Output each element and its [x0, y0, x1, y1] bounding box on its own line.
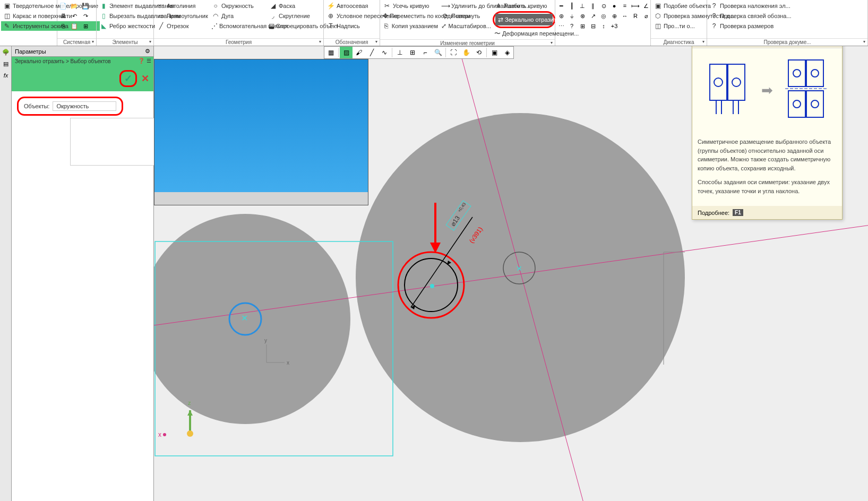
gear-icon[interactable]: ⚙	[145, 48, 150, 55]
tree-button[interactable]: 🌳	[1, 47, 11, 57]
copy-button[interactable]: ⎘	[58, 21, 68, 31]
midpt-button[interactable]: ⊗	[578, 11, 587, 21]
more6-button[interactable]: +3	[609, 21, 619, 31]
more2-button[interactable]: ?	[567, 21, 577, 31]
rotate-button[interactable]: ⟳Повернуть	[440, 11, 493, 21]
save-button[interactable]: 💾	[81, 1, 90, 11]
svg-rect-36	[788, 60, 805, 87]
sketch-mode-button[interactable]: ▨	[340, 47, 353, 58]
scale-button[interactable]: ⤢Масштабиров...	[440, 21, 493, 31]
colinear-button[interactable]: ↗	[588, 11, 598, 21]
rib-icon: ◣	[99, 22, 108, 30]
ct-zoomfit[interactable]: ⛶	[447, 47, 460, 58]
objects-value[interactable]: Окружность	[53, 101, 116, 111]
label: Проверка наложения эл...	[720, 3, 790, 9]
ct-pan[interactable]: ✋	[460, 47, 472, 58]
confirm-button[interactable]: ✓	[124, 73, 132, 84]
segment-button[interactable]: ╱Отрезок	[155, 21, 210, 31]
extend-icon: ⟶	[441, 2, 450, 10]
check-sizes-button[interactable]: ?Проверка размеров	[708, 21, 793, 31]
point-on-button[interactable]: ⊕	[609, 11, 619, 21]
fillet-button[interactable]: ◞Скругление	[267, 11, 322, 21]
deform-icon: 〜	[494, 29, 501, 38]
bearing-after-icon	[785, 57, 828, 124]
qmark-icon: ?	[710, 12, 718, 20]
cancel-button[interactable]: ✕	[141, 73, 149, 84]
layers-button[interactable]: ▤	[1, 58, 11, 69]
perp-button[interactable]: ⊥	[578, 1, 587, 11]
params-breadcrumb: Зеркально отразить > Выбор объектов ❓ ☰	[12, 57, 153, 66]
ct-rotate[interactable]: ⟲	[472, 47, 485, 58]
mirror-button[interactable]: ⇄Зеркально отразить	[495, 14, 553, 25]
ct-btn-1[interactable]: ▦	[324, 47, 337, 58]
move-coords-button[interactable]: ✥Переместить по координатам	[381, 11, 440, 21]
ct-grid[interactable]: ⊞	[406, 47, 419, 58]
redo-button[interactable]: ↷	[81, 11, 90, 21]
split-icon: ⋔	[494, 2, 503, 10]
dist-button[interactable]: ↔	[620, 11, 630, 21]
angle-button[interactable]: ∠	[641, 1, 651, 11]
paste-button[interactable]: 📋	[70, 21, 79, 31]
params-header: Параметры ⚙	[12, 46, 153, 57]
split-button[interactable]: ⋔Разбить кривую	[493, 1, 555, 11]
pencil-icon: ✎	[3, 22, 11, 30]
bolt-icon: ⚡	[326, 2, 335, 10]
rectangle-button[interactable]: ▭Прямоугольник	[155, 11, 210, 21]
ct-curve[interactable]: ∿	[378, 47, 391, 58]
extend-button[interactable]: ⟶Удлинить до ближайшего о...	[440, 1, 493, 11]
vars-button[interactable]: fx	[1, 70, 11, 81]
more4-button[interactable]: ⊟	[588, 21, 598, 31]
ct-line[interactable]: ╱	[365, 47, 378, 58]
props-button[interactable]: ⊞	[81, 21, 90, 31]
label: Копия указанием	[392, 23, 438, 29]
svg-point-23	[187, 430, 193, 437]
new-file-button[interactable]: 📄	[58, 1, 68, 11]
aux-line-button[interactable]: ⋰Вспомогательная прямая	[210, 21, 267, 31]
open-file-button[interactable]: 📂	[70, 1, 79, 11]
autoline-button[interactable]: 〰Автолиния	[155, 1, 210, 11]
drawing-canvas[interactable]: ▦ ▨ 🖌 ╱ ∿ ⊥ ⊞ ⌐ 🔍 ⛶ ✋ ⟲ ▣ ◈ x y	[154, 46, 868, 501]
parallel-button[interactable]: ∥	[588, 1, 598, 11]
more1-button[interactable]: ⋯	[556, 21, 566, 31]
svg-point-31	[732, 78, 741, 87]
ct-shade[interactable]: ◈	[501, 47, 513, 58]
fix-button[interactable]: ⏚	[567, 11, 577, 21]
copy-ref-button[interactable]: ⎘Копия указанием	[381, 21, 440, 31]
trim-button[interactable]: ✂Усечь кривую	[381, 1, 440, 11]
arc-button[interactable]: ◠Дуга	[210, 11, 267, 21]
ct-zoom[interactable]: 🔍	[432, 47, 444, 58]
label: Масштабиров...	[449, 23, 491, 29]
concentric-button[interactable]: ◎	[599, 11, 608, 21]
ct-snap[interactable]: ⌐	[419, 47, 432, 58]
radius-button[interactable]: R	[631, 11, 640, 21]
ct-view[interactable]: ▣	[488, 47, 501, 58]
equal-button[interactable]: =	[620, 1, 630, 11]
ct-brush[interactable]: 🖌	[353, 47, 365, 58]
hconstraint-button[interactable]: ━	[556, 1, 566, 11]
project-button[interactable]: ⬓Спроецировать объект	[267, 21, 322, 31]
vconstraint-button[interactable]: ┃	[567, 1, 577, 11]
system-buttons: 📄 📂 💾 🖶 ↶ ↷ ⎘ 📋 ⊞	[58, 1, 91, 31]
deform-button[interactable]: 〜Деформация перемещени...	[493, 29, 555, 38]
check-links-button[interactable]: ?Проверка связей обозна...	[708, 11, 793, 21]
diam-button[interactable]: ⌀	[641, 11, 651, 21]
breadcrumb-text: Зеркально отразить > Выбор объектов	[15, 58, 111, 64]
constraint-buttons: ━ ┃ ⊥ ∥ ⊙ ● = ⟼ ∠ ⊛ ⏚ ⊗ ↗ ◎ ⊕ ↔ R ⌀ ⋯ ?	[556, 1, 651, 31]
circle-button[interactable]: ○Окружность	[210, 1, 267, 11]
undo-button[interactable]: ↶	[70, 11, 79, 21]
help-icon[interactable]: ❓	[138, 58, 144, 64]
tree-icon[interactable]: ☰	[147, 58, 151, 64]
print-button[interactable]: 🖶	[58, 11, 68, 21]
check-overlay-button[interactable]: ?Проверка наложения эл...	[708, 1, 793, 11]
dim-button[interactable]: ⟼	[631, 1, 640, 11]
aux-icon: ⋰	[211, 22, 218, 30]
tangent-button[interactable]: ⊙	[599, 1, 608, 11]
more5-button[interactable]: ↕	[599, 21, 608, 31]
coincident-button[interactable]: ●	[609, 1, 619, 11]
chamfer-button[interactable]: ◢Фаска	[267, 1, 322, 11]
ct-ortho[interactable]: ⊥	[393, 47, 406, 58]
extrude-icon: ▮	[99, 2, 108, 10]
objects-listbox[interactable]	[70, 118, 166, 166]
more3-button[interactable]: ⊞	[578, 21, 587, 31]
sym-button[interactable]: ⊛	[556, 11, 566, 21]
